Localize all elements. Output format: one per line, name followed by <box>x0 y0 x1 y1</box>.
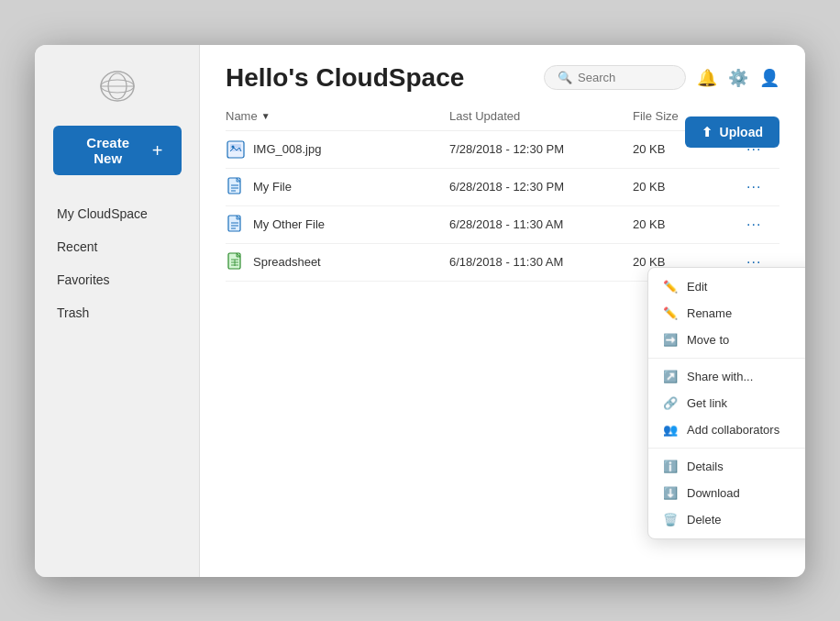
create-new-button[interactable]: Create New + <box>53 126 182 175</box>
delete-icon: 🗑️ <box>663 513 678 527</box>
context-menu-divider-2 <box>648 448 805 449</box>
notifications-icon[interactable]: 🔔 <box>697 68 717 88</box>
file-icon-doc <box>226 177 246 197</box>
file-name-cell: IMG_008.jpg <box>226 139 449 160</box>
link-icon: 🔗 <box>663 396 678 410</box>
create-new-label: Create New <box>72 135 145 166</box>
download-icon: ⬇️ <box>663 486 678 500</box>
rename-icon: ✏️ <box>663 306 678 320</box>
search-input[interactable] <box>578 71 679 84</box>
share-icon: ↗️ <box>663 370 678 383</box>
page-title: Hello's CloudSpace <box>226 63 464 93</box>
file-table-section: ⬆ Upload Name ▼ Last Updated File Size <box>200 102 805 577</box>
sidebar: Create New + My CloudSpace Recent Favori… <box>35 45 200 577</box>
details-icon: ℹ️ <box>663 460 678 473</box>
logo <box>90 63 145 109</box>
search-icon: 🔍 <box>558 71 572 84</box>
context-menu-delete[interactable]: 🗑️ Delete <box>648 506 805 533</box>
sidebar-item-favorites[interactable]: Favorites <box>35 263 199 296</box>
context-menu-add-collaborators[interactable]: 👥 Add collaborators <box>648 416 805 443</box>
main-content: Hello's CloudSpace 🔍 🔔 ⚙️ 👤 ⬆ Upload <box>200 45 805 577</box>
col-updated-header: Last Updated <box>449 109 633 123</box>
plus-icon: + <box>152 141 163 160</box>
sidebar-item-my-cloudspace[interactable]: My CloudSpace <box>35 197 199 230</box>
table-row[interactable]: My File 6/28/2018 - 12:30 PM 20 KB ··· <box>226 169 779 206</box>
header-actions: 🔍 🔔 ⚙️ 👤 <box>544 65 779 90</box>
move-icon: ➡️ <box>663 333 678 347</box>
file-icon-doc2 <box>226 215 246 235</box>
settings-icon[interactable]: ⚙️ <box>728 68 748 88</box>
upload-icon: ⬆ <box>702 125 713 139</box>
file-name-cell: Spreadsheet <box>226 252 449 272</box>
more-options-button[interactable]: ··· <box>743 215 779 235</box>
collaborators-icon: 👥 <box>663 423 678 437</box>
sidebar-item-trash[interactable]: Trash <box>35 296 199 329</box>
table-row[interactable]: My Other File 6/28/2018 - 11:30 AM 20 KB… <box>226 206 779 244</box>
context-menu-details[interactable]: ℹ️ Details <box>648 453 805 480</box>
search-bar[interactable]: 🔍 <box>544 65 686 90</box>
col-name-header[interactable]: Name ▼ <box>226 109 449 123</box>
context-menu-edit[interactable]: ✏️ Edit <box>648 273 805 300</box>
file-name-cell: My Other File <box>226 215 449 235</box>
sidebar-item-recent[interactable]: Recent <box>35 230 199 263</box>
file-name-cell: My File <box>226 177 449 197</box>
context-menu-share[interactable]: ↗️ Share with... <box>648 363 805 390</box>
upload-label: Upload <box>720 125 763 139</box>
context-menu-move-to[interactable]: ➡️ Move to <box>648 327 805 353</box>
sidebar-nav: My CloudSpace Recent Favorites Trash <box>35 197 199 329</box>
more-options-button[interactable]: ··· <box>743 177 779 197</box>
context-menu: ✏️ Edit ✏️ Rename ➡️ Move to ↗️ Share w <box>647 267 805 539</box>
app-window: Create New + My CloudSpace Recent Favori… <box>35 45 805 577</box>
context-menu-get-link[interactable]: 🔗 Get link <box>648 390 805 416</box>
context-menu-rename[interactable]: ✏️ Rename <box>648 300 805 327</box>
edit-icon: ✏️ <box>663 280 678 294</box>
sort-icon: ▼ <box>261 111 271 121</box>
main-header: Hello's CloudSpace 🔍 🔔 ⚙️ 👤 <box>200 45 805 102</box>
file-icon-image <box>226 139 246 160</box>
upload-button[interactable]: ⬆ Upload <box>685 116 779 148</box>
context-menu-divider <box>648 358 805 359</box>
user-icon[interactable]: 👤 <box>759 68 779 88</box>
context-menu-download[interactable]: ⬇️ Download <box>648 480 805 506</box>
file-icon-sheet <box>226 252 246 272</box>
file-table-container: ⬆ Upload Name ▼ Last Updated File Size <box>226 102 779 282</box>
